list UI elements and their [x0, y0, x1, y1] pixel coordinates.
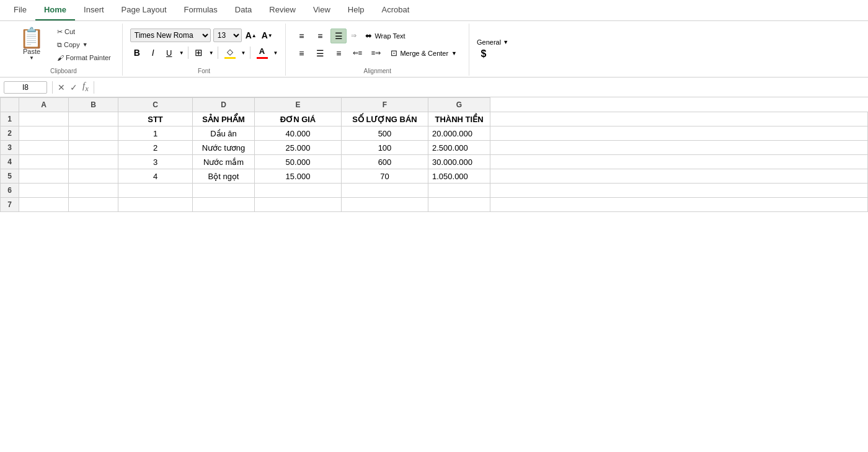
cell[interactable]: [193, 198, 255, 212]
cell[interactable]: [428, 184, 490, 198]
cell[interactable]: 100: [342, 141, 428, 155]
cell[interactable]: Nước mắm: [193, 155, 255, 169]
col-header-b[interactable]: B: [69, 98, 118, 112]
col-header-g[interactable]: G: [428, 98, 490, 112]
cell[interactable]: [490, 184, 868, 198]
cell[interactable]: [490, 126, 868, 141]
align-right-button[interactable]: ≡: [330, 46, 347, 61]
cell[interactable]: [255, 184, 342, 198]
cell[interactable]: 40.000: [255, 126, 342, 141]
align-center-button[interactable]: ☰: [312, 46, 328, 61]
cell[interactable]: [19, 169, 69, 184]
cancel-formula-icon[interactable]: ✕: [58, 82, 65, 92]
cell[interactable]: [342, 198, 428, 212]
cell[interactable]: Nước tương: [193, 141, 255, 155]
cell[interactable]: 2: [118, 141, 193, 155]
cell[interactable]: 30.000.000: [428, 155, 490, 169]
cell[interactable]: [69, 141, 118, 155]
cell[interactable]: 500: [342, 126, 428, 141]
borders-dropdown[interactable]: ▼: [209, 50, 214, 56]
cell[interactable]: 2.500.000: [428, 141, 490, 155]
cell[interactable]: [69, 169, 118, 184]
copy-button[interactable]: ⧉ Copy ▼: [53, 39, 92, 51]
cell[interactable]: 1: [118, 126, 193, 141]
tab-insert[interactable]: Insert: [75, 0, 113, 20]
row-header-2[interactable]: 2: [1, 126, 19, 141]
cell[interactable]: THÀNH TIỀN: [428, 112, 490, 126]
wrap-text-button[interactable]: ⬌ Wrap Text: [361, 29, 409, 42]
align-left-button[interactable]: ≡: [293, 46, 309, 61]
font-shrink-button[interactable]: A▼: [260, 29, 274, 42]
cell[interactable]: [19, 126, 69, 141]
cut-button[interactable]: ✂ Cut: [53, 26, 79, 38]
cell[interactable]: SỐ LƯỢNG BÁN: [342, 112, 428, 126]
cell[interactable]: SẢN PHẨM: [193, 112, 255, 126]
underline-dropdown[interactable]: ▼: [179, 50, 184, 56]
col-header-d[interactable]: D: [193, 98, 255, 112]
align-top-center-button[interactable]: ≡: [312, 29, 328, 43]
cell[interactable]: [19, 112, 69, 126]
merge-dropdown-icon[interactable]: ▼: [451, 50, 457, 56]
cell[interactable]: [490, 169, 868, 184]
font-color-button[interactable]: A: [254, 45, 270, 60]
col-header-c[interactable]: C: [118, 98, 193, 112]
row-header-1[interactable]: 1: [1, 112, 19, 126]
currency-button[interactable]: $: [477, 47, 490, 61]
cell[interactable]: 20.000.000: [428, 126, 490, 141]
cell[interactable]: [118, 184, 193, 198]
paste-button[interactable]: 📋 Paste ▼: [12, 25, 51, 64]
format-painter-button[interactable]: 🖌 Format Painter: [53, 52, 115, 63]
fill-color-button[interactable]: ◇: [222, 46, 238, 60]
cell[interactable]: [69, 198, 118, 212]
font-size-select[interactable]: 13: [213, 29, 242, 42]
cell[interactable]: [490, 141, 868, 155]
increase-indent-button[interactable]: ≡⇒: [368, 46, 384, 61]
tab-acrobat[interactable]: Acrobat: [373, 0, 418, 20]
cell[interactable]: [193, 184, 255, 198]
cell[interactable]: [342, 184, 428, 198]
cell[interactable]: [69, 184, 118, 198]
cell[interactable]: 15.000: [255, 169, 342, 184]
borders-button[interactable]: ⊞: [192, 46, 206, 60]
col-header-e[interactable]: E: [255, 98, 342, 112]
align-top-right-button[interactable]: ☰: [330, 29, 347, 43]
col-header-a[interactable]: A: [19, 98, 69, 112]
cell[interactable]: [490, 198, 868, 212]
align-top-left-button[interactable]: ≡: [293, 29, 309, 43]
cell[interactable]: 50.000: [255, 155, 342, 169]
tab-file[interactable]: File: [5, 0, 35, 20]
formula-input[interactable]: [99, 81, 864, 93]
row-header-7[interactable]: 7: [1, 198, 19, 212]
cell[interactable]: [428, 198, 490, 212]
insert-function-icon[interactable]: fx: [82, 81, 89, 94]
tab-data[interactable]: Data: [226, 0, 260, 20]
underline-button[interactable]: U: [162, 46, 176, 60]
cell[interactable]: 600: [342, 155, 428, 169]
cell[interactable]: 4: [118, 169, 193, 184]
number-format-dropdown[interactable]: ▼: [503, 39, 508, 45]
cell[interactable]: Bột ngọt: [193, 169, 255, 184]
cell[interactable]: [19, 155, 69, 169]
row-header-5[interactable]: 5: [1, 169, 19, 184]
merge-center-button[interactable]: ⊡ Merge & Center ▼: [386, 47, 461, 60]
tab-page-layout[interactable]: Page Layout: [113, 0, 175, 20]
bold-button[interactable]: B: [130, 46, 144, 60]
col-header-f[interactable]: F: [342, 98, 428, 112]
cell[interactable]: [69, 126, 118, 141]
cell[interactable]: [19, 198, 69, 212]
cell[interactable]: 25.000: [255, 141, 342, 155]
font-name-select[interactable]: Times New Roma: [130, 29, 211, 42]
tab-formulas[interactable]: Formulas: [175, 0, 226, 20]
cell[interactable]: ĐƠN GIÁ: [255, 112, 342, 126]
tab-help[interactable]: Help: [339, 0, 373, 20]
row-header-6[interactable]: 6: [1, 184, 19, 198]
cell[interactable]: [490, 112, 868, 126]
tab-view[interactable]: View: [304, 0, 339, 20]
cell[interactable]: [69, 155, 118, 169]
cell-reference-input[interactable]: [4, 81, 47, 94]
italic-button[interactable]: I: [146, 46, 160, 60]
row-header-4[interactable]: 4: [1, 155, 19, 169]
confirm-formula-icon[interactable]: ✓: [70, 82, 78, 92]
cell[interactable]: Dầu ăn: [193, 126, 255, 141]
cell[interactable]: [490, 155, 868, 169]
